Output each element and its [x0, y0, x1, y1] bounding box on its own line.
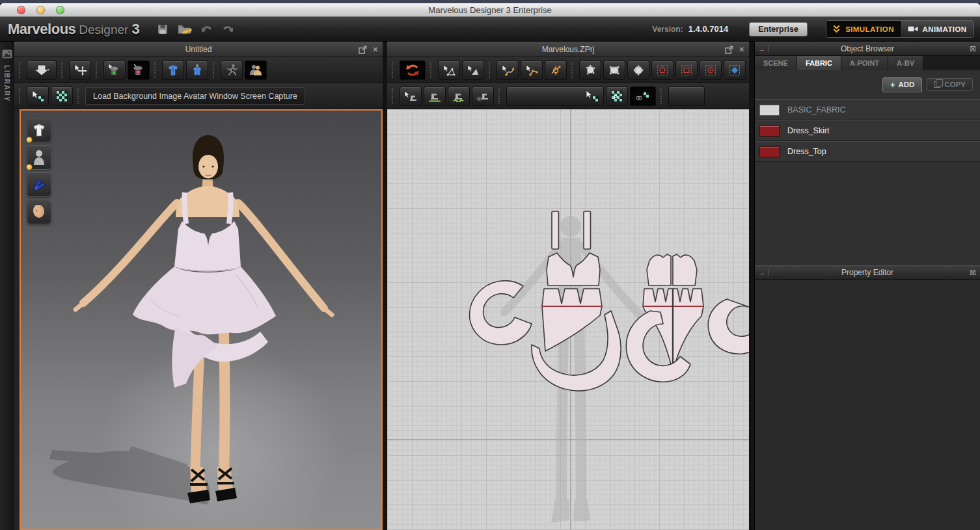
enterprise-button[interactable]: Enterprise [749, 22, 808, 36]
copy-fabric-button[interactable]: COPY [927, 78, 973, 91]
toolbar-drag-handle[interactable] [61, 62, 64, 78]
toolbar-drag-handle[interactable] [498, 88, 502, 104]
fabric-swatch[interactable] [759, 105, 780, 116]
edit-curvature-button[interactable] [521, 60, 543, 80]
back-bodice-right-pattern[interactable] [673, 254, 697, 285]
logo-marvelous: Marvelous [8, 21, 75, 38]
dart-button[interactable] [724, 60, 746, 80]
toolbar-drag-handle[interactable] [392, 62, 395, 78]
zoom-window-button[interactable] [56, 6, 64, 14]
edit-sewing-button[interactable] [400, 86, 422, 106]
collapse-arrow-icon[interactable]: → [755, 269, 769, 276]
toolbar-drag-handle[interactable] [77, 88, 81, 104]
toolbar-drag-handle[interactable] [19, 88, 22, 104]
close-icon[interactable]: × [373, 45, 378, 54]
toolbar-drag-handle[interactable] [489, 62, 492, 78]
tab-a-bv[interactable]: A-BV [888, 56, 923, 70]
panel-divider[interactable] [383, 42, 387, 530]
mac-titlebar[interactable]: Marvelous Designer 3 Enterprise [0, 3, 980, 17]
close-window-button[interactable] [17, 6, 25, 14]
avatar-display-button[interactable] [245, 60, 267, 80]
avatar-3d[interactable] [21, 111, 380, 527]
edit-texture-2d-button[interactable]: P [606, 86, 628, 106]
shoes-thumbnail[interactable] [27, 172, 51, 197]
toolbar-drag-handle[interactable] [96, 62, 99, 78]
fabric-swatch[interactable] [759, 126, 780, 137]
redo-icon[interactable] [222, 24, 234, 34]
internal-circle-button[interactable] [700, 60, 722, 80]
reset-arrangement-button[interactable] [162, 60, 184, 80]
show-texture-button[interactable] [630, 86, 656, 106]
collapse-arrow-icon[interactable]: → [755, 45, 769, 53]
strap-pattern[interactable] [552, 211, 559, 249]
tab-scene[interactable]: SCENE [755, 56, 797, 70]
toolbar-drag-handle[interactable] [392, 88, 395, 104]
fabric-list-item[interactable]: Dress_Top [755, 141, 980, 162]
free-sewing-button[interactable] [448, 86, 470, 106]
object-browser-header[interactable]: → Object Browser ⊠ [755, 42, 980, 56]
load-background-image-button[interactable]: Load Background Image Avatar Window Scre… [85, 87, 305, 105]
remove-pin-button[interactable] [128, 60, 150, 80]
front-skirt-pattern[interactable] [542, 289, 602, 351]
tab-fabric[interactable]: FABRIC [797, 56, 841, 70]
avatar-motion-button[interactable] [221, 60, 243, 80]
back-bodice-left-pattern[interactable] [647, 254, 671, 285]
select-move-button[interactable] [69, 60, 91, 80]
segment-sewing-button[interactable] [424, 86, 446, 106]
toolbar-drag-handle[interactable] [154, 62, 157, 78]
property-editor-header[interactable]: → Property Editor ⊠ [755, 265, 980, 280]
viewport-3d[interactable] [20, 109, 383, 530]
tab-animation[interactable]: ANIMATION [900, 21, 973, 37]
toolbar-drag-handle[interactable] [213, 62, 216, 78]
panel-divider[interactable] [749, 42, 754, 530]
transform-pattern-button[interactable] [438, 60, 460, 80]
add-fabric-button[interactable]: + ADD [882, 77, 923, 92]
select-texture-button[interactable] [27, 86, 49, 106]
toolbar-drag-handle[interactable] [430, 62, 433, 78]
simulate-button[interactable] [27, 60, 57, 80]
undo-icon[interactable] [201, 24, 213, 34]
pattern-canvas[interactable] [387, 109, 749, 530]
edit-pattern-button[interactable] [497, 60, 519, 80]
toolbar-drag-handle[interactable] [571, 62, 575, 78]
tab-a-point[interactable]: A-POINT [841, 56, 888, 70]
rectangle-button[interactable] [603, 60, 625, 80]
panel-close-icon[interactable]: ⊠ [966, 268, 980, 277]
sync-button[interactable] [400, 60, 426, 80]
open-file-icon[interactable] [178, 23, 192, 35]
add-point-button[interactable] [545, 60, 567, 80]
mannequin-thumbnail[interactable] [27, 145, 51, 170]
circle-button[interactable] [627, 60, 649, 80]
select-texture-2d-button[interactable] [506, 86, 604, 106]
select-pin-button[interactable] [103, 60, 126, 80]
ruffle-pattern[interactable] [708, 299, 749, 354]
save-icon[interactable] [157, 23, 169, 35]
popout-icon[interactable] [359, 46, 367, 54]
popout-icon[interactable] [725, 46, 733, 54]
fabric-list-item[interactable]: Dress_Skirt [755, 120, 980, 141]
avatar-figure[interactable] [75, 135, 332, 503]
internal-polygon-button[interactable] [651, 60, 674, 80]
internal-rectangle-button[interactable] [675, 60, 698, 80]
toolbar-drag-handle[interactable] [19, 62, 22, 78]
polygon-button[interactable] [579, 60, 601, 80]
tab-simulation[interactable]: SIMULATION [826, 21, 900, 37]
show-sewing-button[interactable] [472, 86, 494, 106]
close-icon[interactable]: × [739, 45, 744, 54]
panel-close-icon[interactable]: ⊠ [966, 44, 980, 53]
tshirt-thumbnail[interactable] [27, 118, 51, 142]
head-thumbnail[interactable] [27, 200, 51, 224]
blank-toolbar-button[interactable] [668, 86, 705, 106]
edit-texture-button[interactable] [51, 86, 73, 106]
fabric-swatch[interactable] [759, 146, 780, 157]
minimize-window-button[interactable] [36, 6, 45, 14]
library-tab-strip[interactable]: LIBRARY [0, 42, 14, 530]
panel-3d-titlebar[interactable]: Untitled × [14, 42, 383, 57]
strap-pattern[interactable] [584, 211, 591, 249]
toolbar-drag-handle[interactable] [660, 88, 664, 104]
fabric-list-item[interactable]: BASIC_FABRIC [755, 99, 980, 120]
arrange-to-avatar-button[interactable] [186, 60, 208, 80]
transform-template-button[interactable] [462, 60, 484, 80]
viewport-2d[interactable] [387, 109, 749, 530]
panel-2d-titlebar[interactable]: Marvelous.ZPrj × [387, 42, 749, 57]
